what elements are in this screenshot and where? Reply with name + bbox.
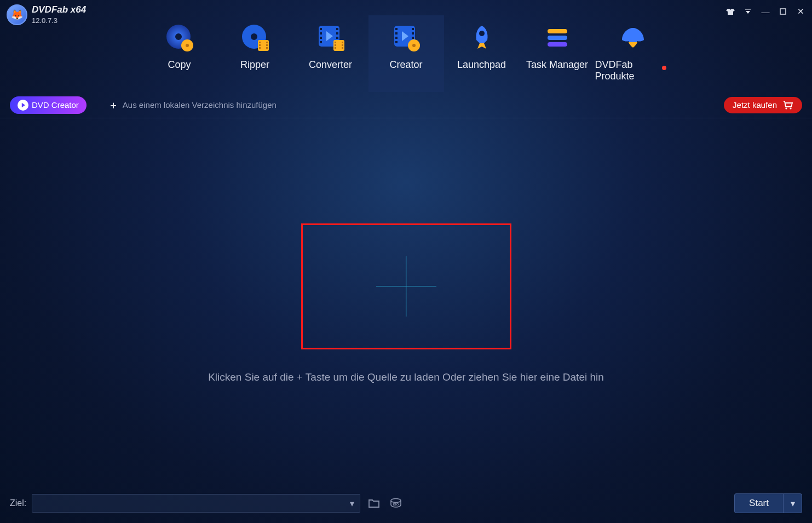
svg-rect-13 xyxy=(266,44,268,46)
svg-point-41 xyxy=(412,44,416,47)
svg-rect-21 xyxy=(336,32,338,35)
svg-rect-43 xyxy=(548,29,567,33)
app-name: DVDFab x64 xyxy=(32,4,86,15)
svg-rect-28 xyxy=(342,42,343,43)
nav-label: Task Manager xyxy=(526,59,588,71)
buy-label: Jetzt kaufen xyxy=(733,100,777,110)
svg-rect-0 xyxy=(745,9,751,10)
svg-rect-36 xyxy=(412,28,414,30)
plus-icon: ＋ xyxy=(108,99,118,112)
svg-rect-30 xyxy=(342,47,343,49)
mode-selector[interactable]: DVD Creator xyxy=(10,96,87,114)
creator-icon xyxy=(390,22,422,54)
svg-rect-14 xyxy=(266,47,268,49)
svg-rect-22 xyxy=(336,37,338,39)
svg-rect-16 xyxy=(320,28,322,30)
cart-icon xyxy=(782,100,793,110)
mode-label: DVD Creator xyxy=(32,100,79,110)
ziel-dropdown[interactable]: ▾ xyxy=(32,494,360,513)
svg-rect-18 xyxy=(320,37,322,39)
nav-label: Copy xyxy=(168,59,191,71)
svg-point-5 xyxy=(186,44,189,47)
dropzone-hint: Klicken Sie auf die + Taste um die Quell… xyxy=(208,371,604,383)
mode-icon xyxy=(18,100,28,111)
converter-icon xyxy=(315,22,347,54)
nav-converter[interactable]: Converter xyxy=(293,15,368,92)
svg-rect-33 xyxy=(395,32,398,35)
svg-rect-32 xyxy=(395,28,398,30)
svg-point-3 xyxy=(175,33,182,40)
iso-icon[interactable]: ISO xyxy=(388,495,404,511)
svg-rect-35 xyxy=(395,41,398,43)
svg-rect-19 xyxy=(320,41,322,43)
nav-label: Converter xyxy=(309,59,352,71)
nav-ripper[interactable]: Ripper xyxy=(217,15,293,92)
disc-ripper-icon xyxy=(239,22,271,54)
svg-rect-29 xyxy=(342,44,343,46)
svg-point-7 xyxy=(251,33,257,40)
svg-rect-38 xyxy=(412,37,414,39)
svg-rect-11 xyxy=(259,47,261,49)
svg-rect-25 xyxy=(335,42,336,43)
add-local-label: Aus einem lokalen Verzeichnis hinzufügen xyxy=(123,100,277,110)
folder-icon[interactable] xyxy=(366,495,382,511)
notification-dot xyxy=(662,66,666,70)
svg-rect-27 xyxy=(335,47,336,49)
svg-rect-1 xyxy=(780,9,786,14)
nav-label: Launchpad xyxy=(457,59,506,71)
svg-rect-20 xyxy=(336,28,338,30)
start-label: Start xyxy=(735,494,783,513)
nav-products[interactable]: DVDFab Produkte xyxy=(595,15,671,92)
svg-rect-10 xyxy=(259,44,261,46)
svg-rect-37 xyxy=(412,32,414,35)
nav-label: Creator xyxy=(389,59,422,71)
svg-rect-45 xyxy=(548,42,567,47)
disc-copy-icon xyxy=(164,22,195,54)
chevron-down-icon: ▾ xyxy=(350,498,354,509)
start-button[interactable]: Start ▾ xyxy=(734,493,802,513)
svg-point-47 xyxy=(790,107,791,109)
ziel-label: Ziel: xyxy=(10,498,26,508)
add-local-button[interactable]: ＋ Aus einem lokalen Verzeichnis hinzufüg… xyxy=(108,99,277,112)
nav-label: DVDFab Produkte xyxy=(595,59,671,82)
products-icon xyxy=(617,22,649,54)
nav-launchpad[interactable]: Launchpad xyxy=(444,15,520,92)
svg-point-46 xyxy=(785,107,787,109)
task-list-icon xyxy=(542,22,573,54)
nav-label: Ripper xyxy=(240,59,269,71)
buy-now-button[interactable]: Jetzt kaufen xyxy=(724,97,802,113)
rocket-icon xyxy=(466,22,498,54)
svg-rect-9 xyxy=(259,42,261,43)
nav-creator[interactable]: Creator xyxy=(368,15,444,92)
svg-rect-44 xyxy=(548,36,567,40)
svg-point-48 xyxy=(391,499,401,503)
plus-icon xyxy=(376,256,436,317)
svg-rect-34 xyxy=(395,37,398,39)
svg-text:ISO: ISO xyxy=(393,503,399,506)
svg-rect-12 xyxy=(266,42,268,43)
svg-rect-17 xyxy=(320,32,322,35)
nav-task-manager[interactable]: Task Manager xyxy=(520,15,595,92)
svg-rect-26 xyxy=(335,44,336,46)
svg-point-42 xyxy=(479,31,485,36)
nav-copy[interactable]: Copy xyxy=(142,15,217,92)
add-source-dropzone[interactable] xyxy=(301,223,511,349)
start-dropdown[interactable]: ▾ xyxy=(783,494,802,513)
